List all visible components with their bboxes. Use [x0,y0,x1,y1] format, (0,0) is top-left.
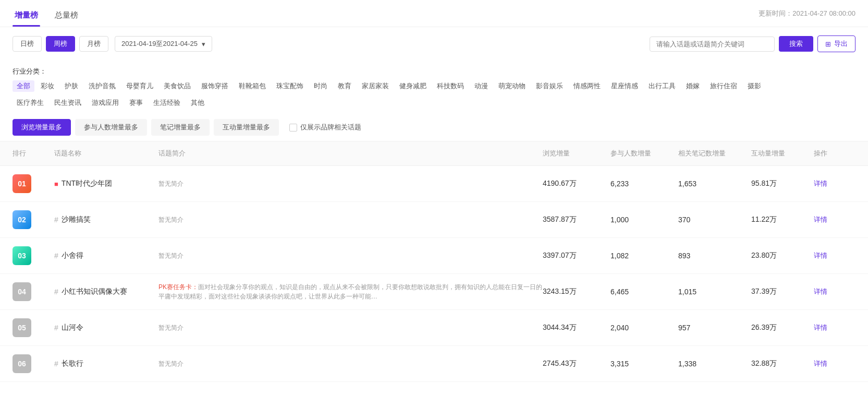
topic-name-text: 小红书知识偶像大赛 [62,287,127,296]
cat-tag-情感两性[interactable]: 情感两性 [569,80,605,92]
rank-cell: 01 [13,174,54,193]
cat-tag-婚嫁[interactable]: 婚嫁 [682,80,704,92]
rank-cell: 02 [13,210,54,229]
week-btn[interactable]: 周榜 [46,36,75,52]
tab-increase[interactable]: 增量榜 [13,10,40,27]
cat-tag-洗护音氛[interactable]: 洗护音氛 [84,80,120,92]
day-btn[interactable]: 日榜 [13,36,42,52]
topic-desc-cell: 暂无简介 [158,359,543,368]
notes-cell: 957 [678,324,751,332]
cat-tag-时尚[interactable]: 时尚 [310,80,332,92]
cat-tag-科技数码[interactable]: 科技数码 [433,80,468,92]
rank-badge: 01 [13,174,31,193]
cat-tag-赛事[interactable]: 赛事 [125,97,147,109]
month-btn[interactable]: 月榜 [79,36,108,52]
cat-tag-旅行住宿[interactable]: 旅行住宿 [706,80,741,92]
rank-badge: 06 [13,354,31,373]
cat-tag-动漫[interactable]: 动漫 [470,80,492,92]
cat-tag-医疗养生[interactable]: 医疗养生 [13,97,48,109]
export-button[interactable]: ⊞ 导出 [817,35,855,52]
detail-cell[interactable]: 详情 [814,251,855,260]
topic-icon: # [54,360,58,368]
cat-tag-美食饮品[interactable]: 美食饮品 [160,80,195,92]
rank-cell: 05 [13,318,54,337]
topic-desc-cell: PK赛任务卡：面对社会现象分享你的观点，知识是自由的，观点从来不会被限制，只要你… [158,282,543,301]
cat-tag-其他[interactable]: 其他 [187,97,209,109]
participants-cell: 6,465 [610,288,678,296]
sort-interaction[interactable]: 互动量增量最多 [214,119,279,136]
table-row: 06#长歌行暂无简介2745.43万3,3151,33832.88万详情 [0,346,868,382]
sort-bar: 浏览增量最多 参与人数增量最多 笔记增量最多 互动量增量最多 仅展示品牌相关话题 [0,114,868,141]
cat-tag-健身减肥[interactable]: 健身减肥 [395,80,431,92]
cat-tag-萌宠动物[interactable]: 萌宠动物 [494,80,530,92]
cat-tag-生活经验[interactable]: 生活经验 [149,97,185,109]
topic-name-cell: #沙雕搞笑 [54,215,158,224]
cat-tag-护肤[interactable]: 护肤 [60,80,82,92]
participants-cell: 6,233 [610,180,678,188]
category-row: 行业分类： 全部彩妆护肤洗护音氛母婴育儿美食饮品服饰穿搭鞋靴箱包珠宝配饰时尚教育… [0,61,868,114]
cat-tag-游戏应用[interactable]: 游戏应用 [88,97,123,109]
browse-cell: 3397.07万 [543,251,610,260]
interaction-cell: 32.88万 [751,359,814,368]
cat-tag-鞋靴箱包[interactable]: 鞋靴箱包 [235,80,270,92]
topic-desc-cell: 暂无简介 [158,179,543,188]
detail-cell[interactable]: 详情 [814,323,855,332]
table-row: 03#小舍得暂无简介3397.07万1,08289323.80万详情 [0,238,868,274]
header-tabs: 增量榜 总量榜 [13,0,80,27]
cat-tag-珠宝配饰[interactable]: 珠宝配饰 [272,80,308,92]
rank-cell: 06 [13,354,54,373]
table-row: 02#沙雕搞笑暂无简介3587.87万1,00037011.22万详情 [0,202,868,238]
topic-icon: # [54,252,58,260]
sort-participants[interactable]: 参与人数增量最多 [75,119,147,136]
search-input[interactable] [650,37,775,52]
cat-tag-母婴育儿[interactable]: 母婴育儿 [122,80,157,92]
topic-name-cell: #小舍得 [54,251,158,260]
search-button[interactable]: 搜索 [779,36,813,52]
export-label: 导出 [834,39,848,49]
brand-checkbox[interactable] [289,124,297,132]
cat-tag-家居家装[interactable]: 家居家装 [358,80,393,92]
topic-name-text: 小舍得 [62,251,83,260]
col-header-互动量增量: 互动量增量 [751,147,814,160]
notes-cell: 1,015 [678,288,751,296]
notes-cell: 1,653 [678,180,751,188]
table-row: 01■TNT时代少年团暂无简介4190.67万6,2331,65395.81万详… [0,166,868,202]
sort-browse[interactable]: 浏览增量最多 [13,119,71,136]
cat-tag-星座情感[interactable]: 星座情感 [607,80,642,92]
brand-label: 仅展示品牌相关话题 [300,123,361,132]
search-area: 搜索 ⊞ 导出 [650,35,855,52]
col-header-话题名称: 话题名称 [54,147,158,160]
topic-name-cell: #山河令 [54,323,158,332]
topic-desc-cell: 暂无简介 [158,251,543,260]
cat-tag-影音娱乐[interactable]: 影音娱乐 [532,80,567,92]
interaction-cell: 37.39万 [751,287,814,296]
cat-tag-民生资讯[interactable]: 民生资讯 [50,97,85,109]
sort-notes[interactable]: 笔记增量最多 [151,119,210,136]
detail-cell[interactable]: 详情 [814,215,855,224]
header: 增量榜 总量榜 更新时间：2021-04-27 08:00:00 [0,0,868,27]
cat-tag-彩妆[interactable]: 彩妆 [36,80,58,92]
cat-tag-全部[interactable]: 全部 [13,80,34,92]
browse-cell: 2745.43万 [543,359,610,368]
table-row: 04#小红书知识偶像大赛PK赛任务卡：面对社会现象分享你的观点，知识是自由的，观… [0,274,868,310]
cat-tag-摄影[interactable]: 摄影 [743,80,765,92]
detail-cell[interactable]: 详情 [814,287,855,296]
table-row: 05#山河令暂无简介3044.34万2,04095726.39万详情 [0,310,868,346]
participants-cell: 1,000 [610,216,678,224]
browse-cell: 3243.15万 [543,287,610,296]
notes-cell: 1,338 [678,360,751,368]
date-range-picker[interactable]: 2021-04-19至2021-04-25 ▾ [115,36,212,52]
detail-cell[interactable]: 详情 [814,179,855,188]
topic-icon: ■ [54,180,58,188]
cat-tag-教育[interactable]: 教育 [334,80,356,92]
rank-cell: 04 [13,282,54,301]
detail-cell[interactable]: 详情 [814,359,855,368]
topic-icon: # [54,324,58,332]
brand-filter[interactable]: 仅展示品牌相关话题 [289,123,361,132]
cat-tag-服饰穿搭[interactable]: 服饰穿搭 [197,80,233,92]
rank-badge: 05 [13,318,31,337]
tab-total[interactable]: 总量榜 [53,10,80,27]
cat-tag-出行工具[interactable]: 出行工具 [644,80,680,92]
interaction-cell: 11.22万 [751,215,814,224]
topic-icon: # [54,288,58,296]
